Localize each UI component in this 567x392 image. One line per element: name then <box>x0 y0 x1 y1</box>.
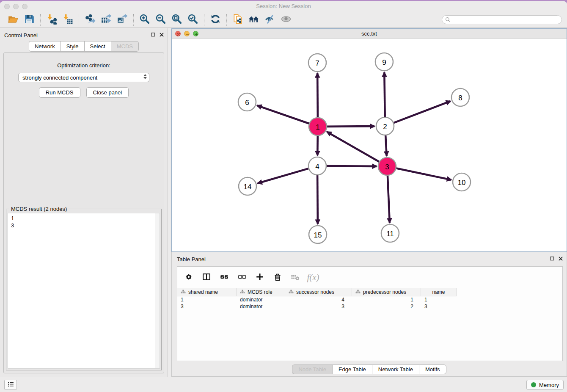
delete-table-button <box>288 270 303 284</box>
tab-select[interactable]: Select <box>84 41 111 52</box>
run-mcds-button[interactable]: Run MCDS <box>39 87 80 98</box>
graph-edge-1-6[interactable] <box>257 105 309 124</box>
show-panels-icon <box>281 14 292 26</box>
close-table-panel-icon[interactable] <box>558 256 563 261</box>
graph-edge-1-2[interactable] <box>327 126 374 127</box>
graph-node-6[interactable]: 6 <box>238 93 256 111</box>
graph-edge-3-1[interactable] <box>327 132 379 162</box>
tree-icon <box>355 289 361 295</box>
select-all-button[interactable] <box>217 270 231 284</box>
graph-node-7[interactable]: 7 <box>308 54 326 72</box>
graph-node-4[interactable]: 4 <box>308 157 326 175</box>
import-network-button[interactable] <box>44 13 60 27</box>
graph-node-14[interactable]: 14 <box>239 177 256 195</box>
zoom-fit-button[interactable] <box>169 13 185 27</box>
close-panel-icon[interactable] <box>159 32 164 37</box>
graph-edge-2-3[interactable] <box>385 135 387 156</box>
table-cell: 1 <box>352 297 421 303</box>
svg-text:9: 9 <box>382 58 386 66</box>
graph-edge-2-8[interactable] <box>394 101 451 123</box>
criterion-dropdown[interactable]: strongly connected component <box>18 73 149 82</box>
add-row-button[interactable] <box>253 270 267 284</box>
svg-text:4: 4 <box>315 163 319 171</box>
graph-edge-1-7[interactable] <box>317 73 318 117</box>
result-line: 1 <box>11 215 157 222</box>
column-header-predecessor-nodes[interactable]: predecessor nodes <box>352 288 421 296</box>
table-cell: 4 <box>285 297 352 303</box>
save-session-button[interactable] <box>21 13 37 27</box>
graph-edge-3-10[interactable] <box>396 168 451 180</box>
tab-network-table[interactable]: Network Table <box>372 364 419 374</box>
float-panel-icon[interactable] <box>150 32 156 37</box>
svg-text:10: 10 <box>458 179 466 187</box>
graph-node-15[interactable]: 15 <box>309 226 327 243</box>
mcds-result-textarea[interactable]: 13 <box>8 213 160 369</box>
criterion-value: strongly connected component <box>22 75 97 81</box>
column-header-name[interactable]: name <box>421 288 457 296</box>
home-button[interactable] <box>246 13 262 27</box>
table-cell: 3 <box>285 304 352 309</box>
delete-row-button[interactable] <box>270 270 285 284</box>
zoom-in-icon <box>139 14 150 26</box>
tab-motifs[interactable]: Motifs <box>419 364 446 374</box>
graph-node-1[interactable]: 1 <box>309 118 327 135</box>
tab-edge-table[interactable]: Edge Table <box>332 364 372 374</box>
memory-label: Memory <box>539 382 559 388</box>
graph-node-3[interactable]: 3 <box>378 157 396 175</box>
search-input[interactable] <box>442 15 562 24</box>
export-table-button[interactable] <box>98 13 114 27</box>
table-header-row: shared nameMCDS rolesuccessor nodesprede… <box>177 288 457 296</box>
task-history-button[interactable] <box>4 380 17 390</box>
export-image-button[interactable] <box>114 13 130 27</box>
column-header-shared-name[interactable]: shared name <box>177 288 237 296</box>
hide-panels-icon <box>264 14 275 26</box>
graph-node-9[interactable]: 9 <box>375 53 393 71</box>
graph-edge-3-11[interactable] <box>388 176 390 223</box>
network-graph-canvas[interactable]: 7968124314101511 <box>172 39 567 251</box>
result-scrollbar[interactable] <box>155 213 160 368</box>
open-file-button[interactable] <box>5 13 21 27</box>
close-panel-button[interactable]: Close panel <box>86 87 129 98</box>
column-header-successor-nodes[interactable]: successor nodes <box>285 288 352 296</box>
toolbar-separator <box>79 14 79 26</box>
graph-node-2[interactable]: 2 <box>376 117 394 135</box>
table-cell: dominator <box>237 297 285 303</box>
duplicate-network-button[interactable] <box>230 13 246 27</box>
home-icon <box>248 14 259 26</box>
graph-edge-4-14[interactable] <box>258 168 308 183</box>
table-row[interactable]: 1dominator411 <box>177 296 562 303</box>
zoom-selected-button[interactable] <box>185 13 201 27</box>
tree-icon <box>181 289 186 295</box>
tab-style[interactable]: Style <box>61 41 84 52</box>
hide-panels-button[interactable] <box>262 13 278 27</box>
zoom-out-button[interactable] <box>153 13 169 27</box>
graph-node-11[interactable]: 11 <box>381 224 399 242</box>
zoom-selected-icon <box>187 14 198 26</box>
tab-network[interactable]: Network <box>29 41 61 52</box>
table-panel-tabs: Node TableEdge TableNetwork TableMotifs <box>172 364 567 374</box>
deselect-all-button[interactable] <box>235 270 249 284</box>
graph-edge-2-9[interactable] <box>384 72 385 117</box>
graph-edge-4-15[interactable] <box>317 175 318 224</box>
tab-mcds[interactable]: MCDS <box>111 41 139 52</box>
table-row[interactable]: 3dominator323 <box>177 303 562 310</box>
graph-node-10[interactable]: 10 <box>453 173 471 191</box>
import-table-button[interactable] <box>60 13 76 27</box>
tab-node-table[interactable]: Node Table <box>292 364 332 374</box>
table-cell: 2 <box>352 304 421 309</box>
title-bar: Session: New Session <box>0 1 567 12</box>
refresh-button[interactable] <box>207 13 223 27</box>
table-cell: 3 <box>177 304 237 309</box>
column-header-mcds-role[interactable]: MCDS role <box>237 288 285 296</box>
graph-edge-4-3[interactable] <box>327 166 377 166</box>
delete-row-icon <box>273 272 282 283</box>
memory-button[interactable]: Memory <box>526 380 564 390</box>
dropdown-stepper-icon <box>143 74 147 79</box>
svg-text:2: 2 <box>383 123 387 131</box>
zoom-in-button[interactable] <box>137 13 153 27</box>
split-view-button[interactable] <box>199 270 214 284</box>
float-table-panel-icon[interactable] <box>549 256 555 261</box>
graph-node-8[interactable]: 8 <box>451 88 469 106</box>
export-network-button[interactable] <box>82 13 98 27</box>
settings-button[interactable] <box>182 270 196 284</box>
